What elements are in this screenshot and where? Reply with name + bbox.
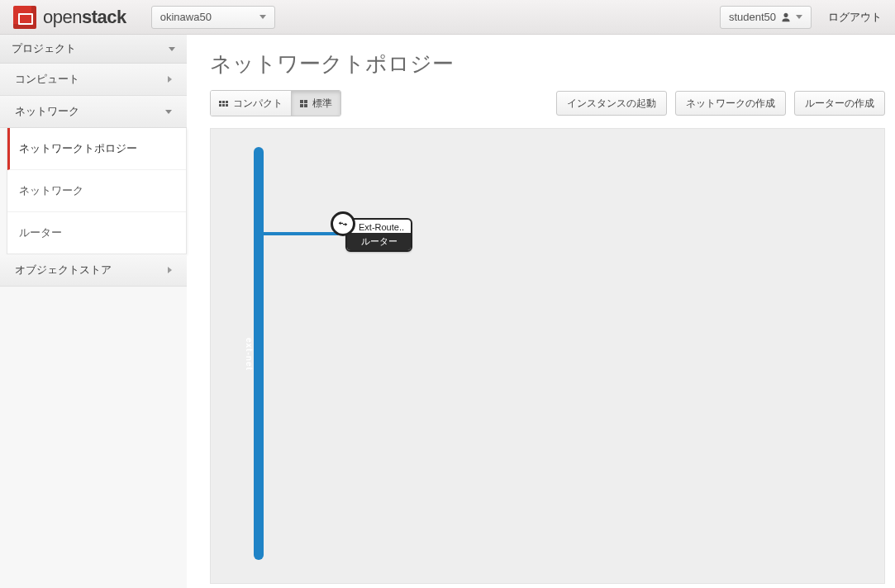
- brand-text: openstack: [43, 7, 126, 28]
- brand-light: open: [43, 7, 82, 27]
- topbar: openstack okinawa50 student50 ログアウト: [0, 0, 895, 35]
- sidebar-subnav-network: ネットワークトポロジー ネットワーク ルーター: [7, 128, 187, 254]
- router-card: Ext-Route.. ルーター: [345, 218, 412, 252]
- brand-bold: stack: [82, 7, 126, 27]
- view-standard-button[interactable]: 標準: [292, 91, 340, 116]
- layout: プロジェクト コンピュート ネットワーク ネットワークトポロジー ネットワーク …: [0, 35, 895, 588]
- router-icon: [331, 211, 355, 236]
- view-toggle: コンパクト 標準: [210, 90, 341, 116]
- router-name: Ext-Route..: [347, 220, 411, 233]
- grid-small-icon: [219, 101, 228, 107]
- sidebar-category-label: プロジェクト: [12, 41, 76, 56]
- sidebar-category-project[interactable]: プロジェクト: [0, 35, 187, 64]
- create-network-button[interactable]: ネットワークの作成: [675, 91, 786, 116]
- brand[interactable]: openstack: [13, 6, 126, 29]
- network-bar-ext-net[interactable]: [254, 147, 264, 560]
- chevron-down-icon: [796, 15, 802, 19]
- tenant-selector[interactable]: okinawa50: [151, 6, 275, 29]
- chevron-down-icon: [169, 47, 175, 51]
- sidebar-group-label: オブジェクトストア: [15, 263, 112, 277]
- sidebar-group-network[interactable]: ネットワーク: [0, 96, 187, 128]
- sidebar-group-label: ネットワーク: [15, 104, 79, 119]
- grid-large-icon: [300, 100, 307, 107]
- view-compact-label: コンパクト: [233, 97, 283, 111]
- sidebar-item-routers[interactable]: ルーター: [7, 212, 186, 254]
- view-standard-label: 標準: [312, 97, 332, 111]
- sidebar-group-compute[interactable]: コンピュート: [0, 64, 187, 96]
- main: ネットワークトポロジー コンパクト 標準 インスタンスの起動 ネットワークの作成…: [187, 35, 895, 588]
- openstack-logo-icon: [13, 6, 36, 29]
- network-label: ext-net: [245, 335, 254, 371]
- network-link: [264, 232, 338, 235]
- tenant-selected: okinawa50: [160, 11, 212, 23]
- launch-instance-button[interactable]: インスタンスの起動: [556, 91, 667, 116]
- chevron-right-icon: [168, 267, 172, 273]
- create-router-button[interactable]: ルーターの作成: [794, 91, 885, 116]
- chevron-down-icon: [259, 15, 266, 19]
- chevron-down-icon: [165, 110, 172, 114]
- user-icon: [781, 12, 791, 22]
- sidebar-group-object-store[interactable]: オブジェクトストア: [0, 254, 187, 287]
- sidebar-item-topology[interactable]: ネットワークトポロジー: [7, 128, 186, 170]
- sidebar-item-networks[interactable]: ネットワーク: [7, 170, 186, 212]
- page-title: ネットワークトポロジー: [210, 50, 885, 78]
- logout-link[interactable]: ログアウト: [828, 10, 882, 25]
- sidebar-group-label: コンピュート: [15, 72, 79, 87]
- topology-canvas[interactable]: ext-net Ext-Route.. ルーター: [210, 128, 885, 584]
- user-name: student50: [729, 11, 776, 23]
- sidebar: プロジェクト コンピュート ネットワーク ネットワークトポロジー ネットワーク …: [0, 35, 187, 588]
- view-compact-button[interactable]: コンパクト: [211, 91, 292, 116]
- toolbar: コンパクト 標準 インスタンスの起動 ネットワークの作成 ルーターの作成: [210, 90, 885, 116]
- chevron-right-icon: [168, 76, 172, 83]
- user-menu[interactable]: student50: [720, 6, 812, 29]
- router-type: ルーター: [347, 233, 411, 250]
